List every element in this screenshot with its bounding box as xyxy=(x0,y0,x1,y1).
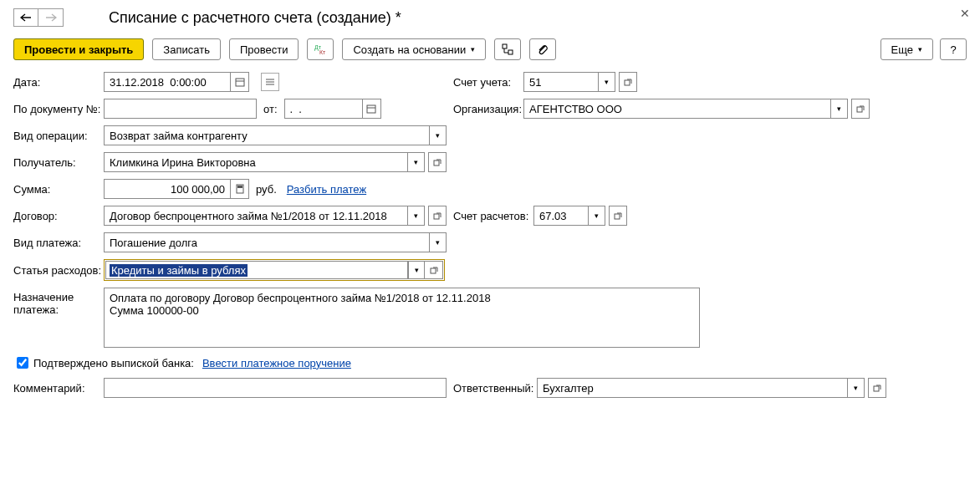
confirmed-checkbox[interactable] xyxy=(17,357,28,369)
paytype-select-button[interactable]: ▾ xyxy=(430,232,447,252)
expense-input[interactable]: Кредиты и займы в рублях xyxy=(105,261,408,279)
calendar-icon xyxy=(366,104,376,114)
account-select-button[interactable]: ▾ xyxy=(599,72,615,92)
svg-rect-10 xyxy=(367,105,375,113)
open-icon xyxy=(433,211,442,220)
contract-select-button[interactable]: ▾ xyxy=(408,206,425,226)
help-button[interactable]: ? xyxy=(940,38,967,60)
docnum-label: По документу №: xyxy=(13,103,104,115)
account-input[interactable] xyxy=(523,72,599,92)
attach-button[interactable] xyxy=(529,38,556,60)
contract-label: Договор: xyxy=(13,210,104,222)
optype-label: Вид операции: xyxy=(13,130,104,142)
svg-rect-15 xyxy=(237,186,242,188)
svg-rect-9 xyxy=(625,80,630,85)
from-label: от: xyxy=(263,103,278,115)
page-title: Списание с расчетного счета (создание) * xyxy=(109,9,401,27)
paytype-input[interactable] xyxy=(104,232,430,252)
svg-rect-3 xyxy=(508,50,513,54)
svg-text:Кт: Кт xyxy=(319,49,326,55)
more-button[interactable]: Еще ▾ xyxy=(880,38,933,60)
sum-calc-button[interactable] xyxy=(231,179,249,199)
expense-value: Кредиты и займы в рублях xyxy=(110,264,248,277)
post-button[interactable]: Провести xyxy=(229,38,299,60)
paytype-label: Вид платежа: xyxy=(13,237,104,249)
sum-input[interactable] xyxy=(104,179,231,199)
expense-select-button[interactable]: ▾ xyxy=(408,261,425,279)
open-icon xyxy=(433,158,442,166)
optype-input[interactable] xyxy=(104,125,430,145)
chevron-down-icon: ▾ xyxy=(471,45,475,53)
arrow-right-icon xyxy=(45,13,57,22)
create-based-on-button[interactable]: Создать на основании ▾ xyxy=(342,38,486,60)
rub-label: руб. xyxy=(256,183,277,196)
sum-label: Сумма: xyxy=(13,183,104,196)
recipient-input[interactable] xyxy=(104,152,408,172)
create-based-label: Создать на основании xyxy=(353,43,466,56)
lines-icon xyxy=(265,78,275,86)
calculator-icon xyxy=(235,184,245,194)
purpose-label: Назначение платежа: xyxy=(13,288,104,316)
org-label: Организация: xyxy=(453,103,523,115)
split-payment-link[interactable]: Разбить платеж xyxy=(287,183,366,196)
debit-credit-button[interactable]: Дт Кт xyxy=(307,38,334,60)
arrow-left-icon xyxy=(20,13,32,22)
responsible-select-button[interactable]: ▾ xyxy=(848,378,865,398)
recipient-open-button[interactable] xyxy=(428,152,447,172)
open-icon xyxy=(856,104,865,113)
settleacc-label: Счет расчетов: xyxy=(453,210,533,222)
docdate-input[interactable] xyxy=(284,99,363,119)
account-label: Счет учета: xyxy=(453,76,523,89)
svg-rect-12 xyxy=(857,107,862,112)
comment-input[interactable] xyxy=(104,378,447,398)
account-open-button[interactable] xyxy=(619,72,637,92)
date-label: Дата: xyxy=(13,76,104,89)
more-label: Еще xyxy=(891,43,913,56)
post-and-close-button[interactable]: Провести и закрыть xyxy=(13,38,144,60)
svg-rect-13 xyxy=(434,160,439,166)
chevron-down-icon: ▾ xyxy=(918,45,922,53)
responsible-input[interactable] xyxy=(537,378,848,398)
recipient-select-button[interactable]: ▾ xyxy=(408,152,425,172)
settleacc-open-button[interactable] xyxy=(609,206,627,226)
svg-rect-19 xyxy=(874,386,879,391)
comment-label: Комментарий: xyxy=(13,382,104,395)
date-calendar-button[interactable] xyxy=(231,72,249,92)
open-icon xyxy=(614,211,622,220)
expense-label: Статья расходов: xyxy=(13,264,104,277)
expense-open-button[interactable] xyxy=(425,261,443,279)
recipient-label: Получатель: xyxy=(13,156,104,169)
svg-rect-18 xyxy=(431,268,436,273)
structure-icon xyxy=(502,43,513,55)
nav-back-button[interactable] xyxy=(13,8,38,27)
org-input[interactable] xyxy=(523,99,831,119)
purpose-textarea[interactable] xyxy=(104,288,700,348)
close-button[interactable]: ✕ xyxy=(960,7,970,20)
optype-select-button[interactable]: ▾ xyxy=(430,125,447,145)
question-icon: ? xyxy=(950,43,956,56)
svg-rect-17 xyxy=(615,214,620,219)
org-open-button[interactable] xyxy=(851,99,870,119)
contract-input[interactable] xyxy=(104,206,408,226)
nav-forward-button[interactable] xyxy=(38,8,64,27)
expense-field-focused: Кредиты и займы в рублях ▾ xyxy=(104,259,445,281)
svg-rect-2 xyxy=(503,44,507,48)
settleacc-select-button[interactable]: ▾ xyxy=(589,206,605,226)
org-select-button[interactable]: ▾ xyxy=(831,99,848,119)
open-icon xyxy=(430,266,438,274)
settleacc-input[interactable] xyxy=(533,206,589,226)
paperclip-icon xyxy=(537,43,549,55)
contract-open-button[interactable] xyxy=(428,206,447,226)
svg-rect-4 xyxy=(236,79,244,86)
docnum-input[interactable] xyxy=(104,99,257,119)
date-input[interactable] xyxy=(104,72,231,92)
details-button[interactable] xyxy=(261,73,279,91)
responsible-label: Ответственный: xyxy=(453,382,537,395)
responsible-open-button[interactable] xyxy=(868,378,886,398)
calendar-icon xyxy=(235,77,245,87)
structure-button[interactable] xyxy=(494,38,521,60)
open-icon xyxy=(873,384,881,392)
enter-order-link[interactable]: Ввести платежное поручение xyxy=(202,357,351,369)
save-button[interactable]: Записать xyxy=(152,38,221,60)
docdate-calendar-button[interactable] xyxy=(363,99,381,119)
